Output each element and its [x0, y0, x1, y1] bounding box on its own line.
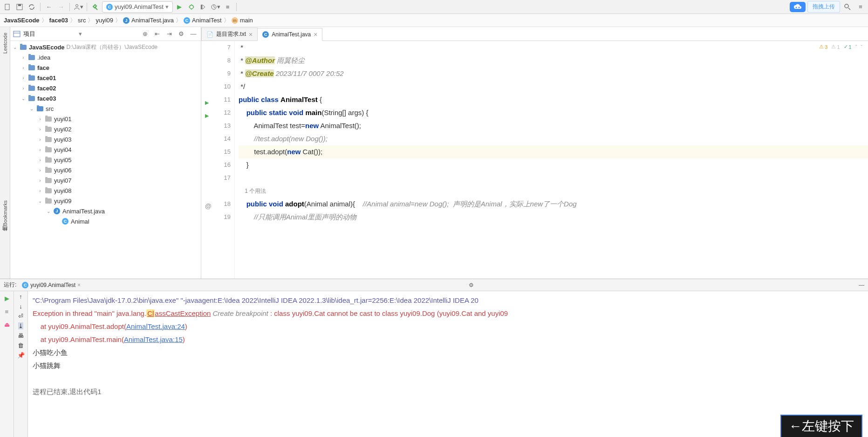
code-line[interactable]: public static void main(String[] args) { [239, 106, 868, 119]
code-content[interactable]: * * @Author 雨翼轻尘 * @Create 2023/11/7 000… [235, 41, 868, 279]
run-button[interactable]: ▶ [174, 1, 185, 13]
expand-icon[interactable]: › [37, 178, 43, 183]
line-number[interactable]: 8 [201, 54, 231, 67]
hammer-icon[interactable] [90, 1, 101, 13]
line-number[interactable]: 15 [201, 145, 231, 158]
tree-row[interactable]: ⌄face03 [10, 93, 201, 103]
code-editor[interactable]: ⚠3 ⚠1 ✓1 ˆ ˇ 78910▶11▶121314151617@1819 … [201, 41, 868, 279]
profile-button[interactable]: ▾ [210, 1, 221, 13]
tab-animaltest[interactable]: C AnimalTest.java × [257, 28, 322, 41]
tree-row[interactable]: CAnimal [10, 216, 201, 226]
trash-icon[interactable]: 🗑 [18, 342, 24, 349]
breadcrumb-item[interactable]: yuyi09 [96, 17, 113, 24]
line-number[interactable]: ▶12 [201, 106, 231, 119]
tree-row[interactable]: ›face01 [10, 73, 201, 83]
upload-button[interactable]: 拖拽上传 [807, 1, 840, 13]
expand-icon[interactable]: › [37, 116, 43, 122]
breadcrumb-item[interactable]: AnimalTest.java [131, 17, 174, 24]
tree-row[interactable]: ›yuyi06 [10, 165, 201, 175]
new-icon[interactable] [2, 1, 13, 13]
stacktrace-link[interactable]: AnimalTest.java:24 [126, 322, 185, 330]
expand-icon[interactable]: › [21, 86, 26, 91]
line-number[interactable]: 9 [201, 67, 231, 80]
bookmarks-tab[interactable]: Bookmarks [1, 196, 9, 231]
stop-button[interactable]: ■ [222, 1, 233, 13]
debug-button[interactable] [186, 1, 197, 13]
rerun-button[interactable]: ▶ [2, 293, 12, 303]
code-line[interactable]: * @Create 2023/11/7 0007 20:52 [239, 67, 868, 80]
expand-icon[interactable]: › [37, 188, 43, 193]
code-line[interactable]: //只能调用Animal里面声明的动物 [239, 211, 868, 224]
exit-button[interactable]: ⏏ [2, 319, 12, 329]
tree-row[interactable]: ›yuyi04 [10, 144, 201, 155]
run-tab[interactable]: C yuyi09.AnimalTest × [19, 281, 83, 289]
tree-row[interactable]: ›yuyi05 [10, 155, 201, 165]
cloud-button[interactable] [790, 2, 806, 12]
tree-row[interactable]: ›yuyi01 [10, 114, 201, 124]
breadcrumb-item[interactable]: JavaSEcode [4, 17, 40, 24]
line-number[interactable]: 19 [201, 211, 231, 224]
chevron-down-icon[interactable]: ▾ [79, 30, 82, 37]
user-icon[interactable]: ▾ [73, 1, 84, 13]
target-icon[interactable]: ⊕ [140, 29, 150, 39]
breadcrumb-item[interactable]: src [78, 17, 86, 24]
expand-icon[interactable]: › [37, 157, 43, 163]
code-line[interactable]: public void adopt(Animal animal){ //Anim… [239, 198, 868, 211]
code-line[interactable]: * [239, 41, 868, 54]
line-number[interactable]: ▶11 [201, 93, 231, 106]
structure-tab[interactable]: 结构 [0, 231, 9, 240]
expand-icon[interactable]: › [21, 55, 26, 60]
expand-icon[interactable]: › [37, 127, 43, 132]
code-line[interactable]: public class AnimalTest { [239, 93, 868, 106]
tree-row[interactable]: ⌄yuyi09 [10, 196, 201, 206]
line-number[interactable]: @18 [201, 198, 231, 211]
expand-icon[interactable]: › [21, 75, 26, 81]
gutter[interactable]: 78910▶11▶121314151617@1819 [201, 41, 235, 279]
tree-row[interactable]: ⌄src [10, 103, 201, 114]
print-icon[interactable]: 🖶 [18, 332, 24, 339]
code-line[interactable]: test.adopt(new Cat()); [239, 145, 868, 158]
stop-button[interactable]: ■ [2, 306, 12, 316]
line-number[interactable]: 7 [201, 41, 231, 54]
line-number[interactable]: 17 [201, 171, 231, 184]
hide-icon[interactable]: — [859, 282, 864, 288]
stacktrace-link[interactable]: AnimalTest.java:15 [124, 335, 183, 343]
code-line[interactable] [239, 171, 868, 184]
create-breakpoint-link[interactable]: Create breakpoint [213, 309, 268, 317]
sync-icon[interactable] [26, 1, 37, 13]
line-number[interactable]: 10 [201, 80, 231, 93]
close-icon[interactable]: × [249, 31, 253, 38]
expand-icon[interactable]: ⌄ [46, 209, 51, 214]
code-line[interactable]: * @Author 雨翼轻尘 [239, 54, 868, 67]
up-icon[interactable]: ↑ [19, 293, 22, 300]
breadcrumb-item[interactable]: face03 [49, 17, 68, 24]
hide-icon[interactable]: — [189, 29, 198, 39]
line-number[interactable]: 14 [201, 132, 231, 145]
leetcode-tab[interactable]: Leetcode [1, 29, 9, 57]
tree-root[interactable]: ⌄ JavaSEcode D:\Java课程（尚硅谷）\JavaSEcode [10, 42, 201, 52]
tree-row[interactable]: ›face02 [10, 83, 201, 93]
back-icon[interactable]: ← [43, 1, 55, 13]
tree-row[interactable]: ›yuyi03 [10, 134, 201, 144]
gear-icon[interactable]: ⚙ [177, 29, 186, 39]
console-output[interactable]: "C:\Program Files\Java\jdk-17.0.2\bin\ja… [28, 291, 868, 437]
tree-row[interactable]: ›face [10, 62, 201, 73]
scroll-icon[interactable]: ⤓ [18, 322, 23, 329]
code-line[interactable]: } [239, 158, 868, 171]
tree-row[interactable]: ›yuyi02 [10, 124, 201, 134]
line-number[interactable]: 13 [201, 119, 231, 132]
code-line[interactable]: */ [239, 80, 868, 93]
expand-icon[interactable]: ⌄ [37, 198, 43, 204]
expand-icon[interactable]: ⌄ [29, 106, 34, 111]
expand-icon[interactable]: ⌄ [21, 96, 26, 101]
tree-row[interactable]: ›yuyi08 [10, 185, 201, 196]
menu-icon[interactable]: ≡ [855, 1, 866, 13]
code-line[interactable]: AnimalTest test=new AnimalTest(); [239, 119, 868, 132]
breadcrumb-item[interactable]: main [240, 17, 253, 24]
tree-row[interactable]: ›yuyi07 [10, 175, 201, 185]
expand-icon[interactable]: › [37, 147, 43, 152]
expand-icon[interactable]: › [37, 137, 43, 142]
expand-icon[interactable]: › [37, 168, 43, 173]
pin-icon[interactable]: 📌 [17, 352, 25, 359]
collapse-icon[interactable]: ⇤ [152, 29, 162, 39]
